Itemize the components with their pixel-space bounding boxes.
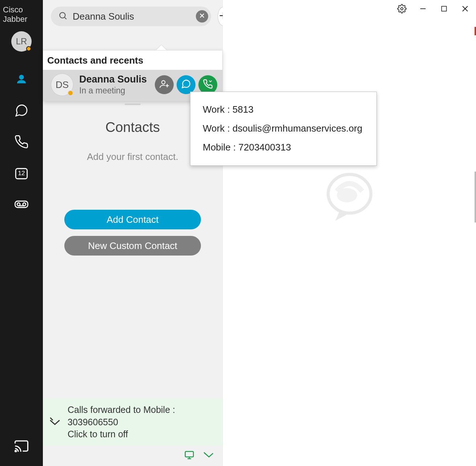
call-forward-banner[interactable]: Calls forwarded to Mobile : 3039606550 C… bbox=[43, 399, 222, 446]
contact-details-popover: Work : 5813 Work : dsoulis@rmhumanservic… bbox=[190, 92, 377, 166]
result-avatar: DS bbox=[51, 73, 73, 96]
maximize-icon bbox=[440, 5, 448, 14]
jabber-watermark-icon bbox=[324, 171, 375, 222]
contacts-hint: Add your first contact. bbox=[87, 151, 178, 162]
svg-point-0 bbox=[19, 75, 24, 79]
nav-calendar[interactable]: 12 bbox=[12, 165, 31, 183]
window-controls bbox=[396, 4, 471, 15]
search-input[interactable] bbox=[73, 11, 191, 22]
panel-footer bbox=[43, 446, 222, 466]
content-area: Work : 5813 Work : dsoulis@rmhumanservic… bbox=[223, 0, 476, 466]
forward-status-icon[interactable] bbox=[203, 450, 214, 462]
forward-line-2: Click to turn off bbox=[68, 428, 217, 441]
calendar-icon: 12 bbox=[14, 165, 29, 182]
calendar-date: 12 bbox=[14, 170, 29, 177]
nav-cast[interactable] bbox=[12, 438, 31, 456]
result-avatar-initials: DS bbox=[56, 79, 69, 91]
svg-line-20 bbox=[204, 453, 206, 454]
result-add-contact-button[interactable] bbox=[155, 75, 174, 94]
popover-line-1: Work : 5813 bbox=[203, 100, 366, 119]
add-contact-button[interactable]: Add Contact bbox=[64, 210, 201, 229]
cast-icon bbox=[14, 438, 29, 455]
nav-voicemail[interactable] bbox=[12, 196, 31, 214]
maximize-button[interactable] bbox=[438, 4, 450, 15]
nav-chat[interactable] bbox=[12, 102, 31, 120]
forward-line-1: Calls forwarded to Mobile : 3039606550 bbox=[68, 404, 217, 429]
presence-indicator bbox=[26, 46, 31, 51]
close-icon bbox=[199, 12, 205, 20]
svg-rect-17 bbox=[185, 451, 194, 457]
minimize-button[interactable] bbox=[417, 4, 429, 15]
computer-audio-icon[interactable] bbox=[184, 450, 195, 462]
settings-button[interactable] bbox=[396, 4, 408, 15]
avatar-initials: LR bbox=[16, 36, 27, 47]
nav-contacts[interactable] bbox=[12, 71, 31, 89]
forward-arrow-icon bbox=[49, 415, 61, 429]
svg-point-6 bbox=[15, 450, 17, 452]
close-icon bbox=[461, 4, 469, 15]
voicemail-icon bbox=[14, 197, 29, 213]
phone-icon bbox=[14, 134, 29, 150]
svg-point-21 bbox=[401, 8, 403, 10]
dropdown-pointer bbox=[156, 45, 166, 50]
gear-icon bbox=[397, 4, 407, 15]
nav-calls[interactable] bbox=[12, 133, 31, 152]
panel: Contacts and recents DS Deanna Soulis In… bbox=[43, 0, 223, 466]
search-field[interactable] bbox=[51, 7, 211, 26]
phone-icon bbox=[203, 79, 213, 91]
add-contact-icon bbox=[159, 79, 169, 91]
svg-rect-23 bbox=[441, 6, 446, 11]
chat-icon bbox=[181, 79, 191, 91]
popover-line-2: Work : dsoulis@rmhumanservices.org bbox=[203, 119, 366, 138]
popover-line-3: Mobile : 7203400313 bbox=[203, 138, 366, 157]
result-name: Deanna Soulis bbox=[79, 74, 149, 85]
sidebar: Cisco Jabber LR 12 bbox=[0, 0, 43, 466]
search-icon bbox=[58, 11, 68, 22]
edge-indicator bbox=[475, 27, 476, 35]
chat-icon bbox=[14, 103, 29, 119]
svg-line-16 bbox=[50, 418, 53, 420]
search-row bbox=[43, 0, 222, 33]
close-window-button[interactable] bbox=[459, 4, 471, 15]
contacts-title: Contacts bbox=[105, 120, 160, 135]
contacts-icon bbox=[15, 73, 28, 87]
user-avatar[interactable]: LR bbox=[11, 31, 32, 52]
edge-indicator bbox=[475, 172, 476, 222]
result-presence bbox=[68, 90, 73, 96]
svg-line-8 bbox=[65, 17, 66, 19]
result-status: In a meeting bbox=[79, 86, 149, 96]
svg-point-7 bbox=[60, 12, 65, 18]
svg-point-13 bbox=[162, 81, 165, 84]
svg-point-27 bbox=[337, 188, 357, 202]
new-custom-contact-button[interactable]: New Custom Contact bbox=[64, 236, 201, 256]
minimize-icon bbox=[419, 5, 427, 14]
clear-search-button[interactable] bbox=[196, 10, 208, 23]
app-title: Cisco Jabber bbox=[0, 0, 43, 31]
dropdown-header: Contacts and recents bbox=[43, 51, 222, 70]
